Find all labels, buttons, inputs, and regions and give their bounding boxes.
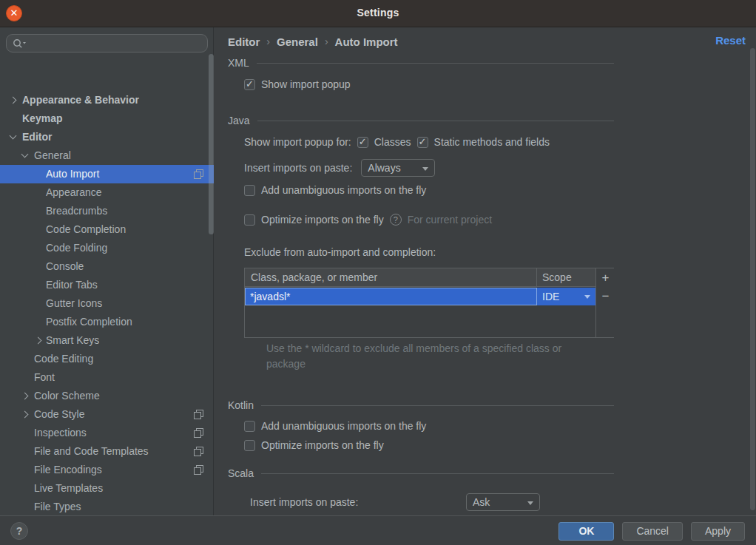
settings-sidebar: Appearance & Behavior Keymap Editor Gene… [0, 27, 214, 515]
java-exclude-label: Exclude from auto-import and completion: [244, 246, 436, 258]
sidebar-item-file-types[interactable]: File Types [0, 498, 214, 516]
pattern-cell[interactable]: *javadsl* [245, 288, 537, 305]
section-rule [261, 473, 614, 474]
sidebar-scrollbar[interactable] [209, 54, 214, 234]
classes-checkbox[interactable] [357, 137, 368, 148]
column-class-package: Class, package, or member [251, 268, 377, 287]
show-import-popup-checkbox[interactable] [244, 79, 255, 90]
wildcard-hint: Use the * wildcard to exclude all member… [266, 341, 592, 372]
per-project-indicator-icon [194, 428, 203, 438]
sidebar-item-auto-import[interactable]: Auto Import [0, 165, 214, 183]
section-java: Java [228, 115, 614, 126]
sidebar-item-editor-tabs[interactable]: Editor Tabs [0, 276, 214, 294]
dropdown-arrow-icon [527, 501, 533, 505]
sidebar-item-console[interactable]: Console [0, 257, 214, 276]
scope-dropdown[interactable]: IDE [537, 288, 595, 305]
java-insert-imports-row: Insert imports on paste: Always [244, 159, 435, 177]
sidebar-item-appearance[interactable]: Appearance [0, 183, 214, 202]
chevron-right-icon[interactable] [35, 337, 42, 345]
java-add-unambiguous-checkbox[interactable] [244, 185, 255, 196]
sidebar-item-color-scheme[interactable]: Color Scheme [0, 387, 214, 405]
add-row-button[interactable]: + [596, 270, 615, 286]
dropdown-arrow-icon [584, 295, 590, 299]
window-title: Settings [0, 7, 756, 18]
section-rule [257, 63, 614, 64]
sidebar-item-breadcrumbs[interactable]: Breadcrumbs [0, 202, 214, 220]
cancel-button[interactable]: Cancel [622, 522, 683, 541]
sidebar-item-postfix-completion[interactable]: Postfix Completion [0, 313, 214, 331]
sidebar-item-file-code-templates[interactable]: File and Code Templates [0, 442, 214, 461]
per-project-indicator-icon [194, 169, 203, 179]
settings-tree: Appearance & Behavior Keymap Editor Gene… [0, 59, 214, 515]
dialog-footer: ? OK Cancel Apply [0, 515, 756, 545]
section-kotlin: Kotlin [228, 399, 614, 411]
section-rule [261, 405, 614, 406]
java-optimize-imports-row: Optimize imports on the fly ? For curren… [244, 214, 492, 226]
sidebar-item-code-editing[interactable]: Code Editing [0, 350, 214, 368]
table-toolbar: + − [595, 268, 614, 337]
reset-link[interactable]: Reset [715, 34, 746, 47]
chevron-right-icon[interactable] [21, 393, 29, 400]
search-icon [13, 38, 27, 49]
ok-button[interactable]: OK [558, 522, 614, 541]
sidebar-item-file-encodings[interactable]: File Encodings [0, 461, 214, 479]
column-divider [536, 268, 537, 287]
remove-row-button[interactable]: − [596, 288, 615, 305]
per-project-indicator-icon [194, 410, 203, 419]
column-scope: Scope [542, 268, 572, 287]
sidebar-item-appearance-behavior[interactable]: Appearance & Behavior [0, 91, 214, 109]
java-insert-imports-dropdown[interactable]: Always [361, 159, 435, 177]
sidebar-item-keymap[interactable]: Keymap [0, 109, 214, 128]
chevron-right-icon[interactable] [10, 97, 17, 104]
exclude-table-header: Class, package, or member Scope [245, 268, 595, 287]
sidebar-item-code-completion[interactable]: Code Completion [0, 220, 214, 239]
chevron-down-icon[interactable] [21, 151, 29, 158]
sidebar-item-code-style[interactable]: Code Style [0, 405, 214, 424]
breadcrumb-separator: › [266, 35, 270, 47]
sidebar-item-live-templates[interactable]: Live Templates [0, 479, 214, 498]
section-xml: XML [228, 57, 614, 69]
breadcrumb-editor[interactable]: Editor [228, 35, 260, 48]
xml-show-import-popup-row: Show import popup [244, 78, 351, 90]
chevron-right-icon[interactable] [21, 411, 29, 419]
settings-content: Editor › General › Auto Import Reset XML… [215, 27, 756, 515]
sidebar-item-smart-keys[interactable]: Smart Keys [0, 331, 214, 350]
java-optimize-imports-checkbox[interactable] [244, 214, 255, 226]
content-scrollbar[interactable] [750, 48, 755, 510]
kotlin-add-unambiguous-row: Add unambiguous imports on the fly [244, 420, 426, 432]
breadcrumb-separator: › [325, 35, 328, 47]
breadcrumb: Editor › General › Auto Import [228, 33, 398, 50]
breadcrumb-auto-import[interactable]: Auto Import [335, 35, 398, 48]
help-circle-icon[interactable]: ? [390, 214, 402, 226]
java-show-popup-for-row: Show import popup for: Classes Static me… [244, 136, 550, 148]
scala-insert-imports-dropdown[interactable]: Ask [466, 493, 540, 511]
sidebar-item-font[interactable]: Font [0, 368, 214, 387]
kotlin-optimize-imports-checkbox[interactable] [244, 440, 255, 451]
static-methods-checkbox[interactable] [417, 137, 428, 148]
sidebar-item-general[interactable]: General [0, 146, 214, 165]
kotlin-optimize-imports-row: Optimize imports on the fly [244, 439, 384, 451]
scala-insert-imports-label: Insert imports on paste: [250, 496, 358, 508]
sidebar-item-editor[interactable]: Editor [0, 128, 214, 146]
apply-button[interactable]: Apply [691, 522, 745, 541]
dropdown-arrow-icon [422, 167, 428, 171]
kotlin-add-unambiguous-checkbox[interactable] [244, 421, 255, 432]
java-add-unambiguous-row: Add unambiguous imports on the fly [244, 184, 426, 196]
search-input[interactable] [6, 34, 208, 53]
sidebar-item-code-folding[interactable]: Code Folding [0, 239, 214, 257]
breadcrumb-general[interactable]: General [277, 35, 318, 48]
chevron-down-icon[interactable] [10, 132, 17, 140]
exclude-table: Class, package, or member Scope *javadsl… [244, 268, 614, 338]
help-button[interactable]: ? [10, 522, 28, 540]
sidebar-item-gutter-icons[interactable]: Gutter Icons [0, 294, 214, 313]
section-rule [257, 121, 614, 121]
sidebar-item-inspections[interactable]: Inspections [0, 424, 214, 442]
window-titlebar: ✕ Settings [0, 0, 756, 27]
section-scala: Scala [228, 467, 614, 479]
per-project-indicator-icon [194, 465, 203, 475]
per-project-indicator-icon [194, 447, 203, 456]
table-row[interactable]: *javadsl* IDE [245, 288, 595, 305]
